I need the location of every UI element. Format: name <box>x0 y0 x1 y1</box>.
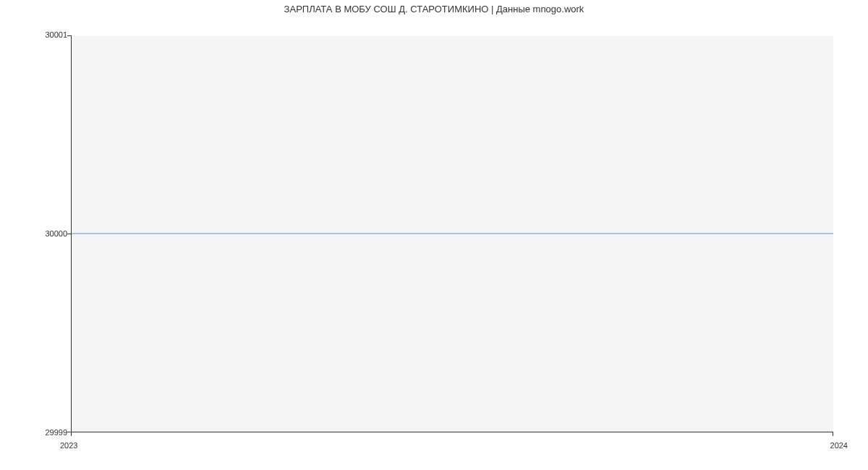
x-tick-mark <box>833 432 833 436</box>
y-axis-tick-label: 30001 <box>9 30 67 39</box>
x-axis-tick-label: 2024 <box>830 441 848 450</box>
y-axis-tick-label: 30000 <box>9 229 67 238</box>
plot-area <box>71 35 833 432</box>
chart-container: ЗАРПЛАТА В МОБУ СОШ Д. СТАРОТИМКИНО | Да… <box>0 0 868 470</box>
x-tick-mark <box>71 432 72 436</box>
data-line <box>72 234 833 234</box>
y-axis-tick-label: 29999 <box>9 428 67 437</box>
y-tick-mark <box>67 35 71 36</box>
chart-title: ЗАРПЛАТА В МОБУ СОШ Д. СТАРОТИМКИНО | Да… <box>0 4 868 14</box>
y-tick-mark <box>67 234 71 234</box>
x-axis-tick-label: 2023 <box>60 441 77 450</box>
